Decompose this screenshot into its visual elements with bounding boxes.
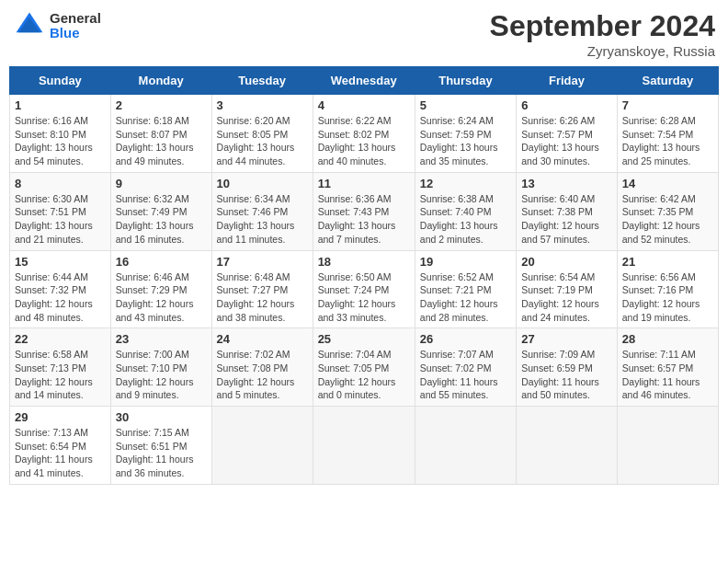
day-info: Sunrise: 6:38 AM Sunset: 7:40 PM Dayligh… [420, 192, 511, 247]
daylight-label: Daylight: 11 hours [622, 376, 700, 387]
daylight-minutes: and 25 minutes. [622, 155, 691, 167]
sunrise-label: Sunrise: 6:34 AM [217, 193, 290, 204]
calendar-cell: 11 Sunrise: 6:36 AM Sunset: 7:43 PM Dayl… [313, 172, 415, 250]
daylight-label: Daylight: 13 hours [116, 142, 194, 153]
daylight-minutes: and 36 minutes. [116, 467, 185, 478]
sunrise-label: Sunrise: 6:52 AM [420, 271, 494, 282]
calendar-cell: 1 Sunrise: 6:16 AM Sunset: 8:10 PM Dayli… [10, 95, 111, 173]
sunrise-label: Sunrise: 7:11 AM [622, 349, 696, 360]
daylight-label: Daylight: 12 hours [622, 220, 700, 231]
logo-icon [13, 9, 46, 42]
daylight-label: Daylight: 13 hours [217, 220, 295, 231]
daylight-label: Daylight: 13 hours [15, 220, 93, 231]
calendar-week-5: 29 Sunrise: 7:13 AM Sunset: 6:54 PM Dayl… [10, 407, 719, 485]
daylight-minutes: and 9 minutes. [116, 389, 179, 400]
page-header: General Blue September 2024 Zyryanskoye,… [9, 9, 719, 59]
daylight-minutes: and 57 minutes. [521, 234, 590, 245]
daylight-label: Daylight: 12 hours [116, 376, 194, 387]
daylight-label: Daylight: 13 hours [318, 142, 396, 153]
sunset-label: Sunset: 7:54 PM [622, 129, 694, 140]
day-info: Sunrise: 6:26 AM Sunset: 7:57 PM Dayligh… [521, 114, 612, 168]
daylight-minutes: and 7 minutes. [318, 234, 381, 245]
daylight-minutes: and 0 minutes. [318, 389, 381, 400]
sunset-label: Sunset: 7:57 PM [521, 129, 593, 140]
col-monday: Monday [110, 67, 211, 95]
sunrise-label: Sunrise: 7:00 AM [116, 349, 189, 360]
sunrise-label: Sunrise: 6:26 AM [521, 115, 595, 126]
day-number: 23 [116, 332, 207, 346]
sunset-label: Sunset: 6:54 PM [15, 441, 86, 452]
calendar-cell: 26 Sunrise: 7:07 AM Sunset: 7:02 PM Dayl… [415, 328, 516, 407]
day-info: Sunrise: 7:02 AM Sunset: 7:08 PM Dayligh… [217, 348, 308, 402]
calendar-cell: 15 Sunrise: 6:44 AM Sunset: 7:32 PM Dayl… [10, 250, 111, 328]
calendar-cell: 16 Sunrise: 6:46 AM Sunset: 7:29 PM Dayl… [110, 250, 211, 328]
day-number: 17 [217, 255, 308, 269]
sunset-label: Sunset: 7:10 PM [116, 362, 188, 373]
day-number: 11 [318, 177, 410, 190]
day-number: 10 [217, 177, 308, 190]
calendar-table: Sunday Monday Tuesday Wednesday Thursday… [9, 66, 719, 485]
calendar-cell: 21 Sunrise: 6:56 AM Sunset: 7:16 PM Dayl… [617, 250, 718, 328]
logo: General Blue [13, 9, 101, 42]
calendar-cell: 13 Sunrise: 6:40 AM Sunset: 7:38 PM Dayl… [517, 172, 618, 250]
sunset-label: Sunset: 7:59 PM [420, 129, 492, 140]
col-friday: Friday [517, 67, 618, 95]
day-number: 15 [15, 255, 106, 269]
sunset-label: Sunset: 7:46 PM [217, 206, 289, 217]
day-number: 13 [521, 177, 612, 190]
sunrise-label: Sunrise: 7:04 AM [318, 349, 392, 360]
day-info: Sunrise: 6:42 AM Sunset: 7:35 PM Dayligh… [622, 192, 713, 247]
sunrise-label: Sunrise: 6:36 AM [318, 193, 392, 204]
day-info: Sunrise: 6:40 AM Sunset: 7:38 PM Dayligh… [521, 192, 612, 247]
sunset-label: Sunset: 7:29 PM [116, 284, 188, 295]
sunset-label: Sunset: 7:05 PM [318, 362, 390, 373]
sunset-label: Sunset: 7:02 PM [420, 362, 492, 373]
daylight-minutes: and 11 minutes. [217, 234, 286, 245]
daylight-label: Daylight: 12 hours [217, 298, 295, 309]
day-number: 27 [521, 332, 612, 346]
daylight-minutes: and 24 minutes. [521, 312, 590, 323]
sunset-label: Sunset: 8:05 PM [217, 129, 289, 140]
day-info: Sunrise: 6:52 AM Sunset: 7:21 PM Dayligh… [420, 270, 511, 325]
daylight-minutes: and 55 minutes. [420, 389, 489, 400]
day-info: Sunrise: 6:28 AM Sunset: 7:54 PM Dayligh… [622, 114, 713, 168]
calendar-cell: 6 Sunrise: 6:26 AM Sunset: 7:57 PM Dayli… [517, 95, 618, 173]
calendar-cell: 4 Sunrise: 6:22 AM Sunset: 8:02 PM Dayli… [313, 95, 415, 173]
calendar-week-1: 1 Sunrise: 6:16 AM Sunset: 8:10 PM Dayli… [10, 95, 719, 173]
day-info: Sunrise: 7:15 AM Sunset: 6:51 PM Dayligh… [116, 426, 207, 480]
sunset-label: Sunset: 8:02 PM [318, 129, 390, 140]
daylight-minutes: and 50 minutes. [521, 389, 590, 400]
sunrise-label: Sunrise: 7:13 AM [15, 427, 88, 438]
sunrise-label: Sunrise: 6:48 AM [217, 271, 290, 282]
day-number: 7 [622, 98, 713, 112]
calendar-cell [617, 407, 718, 485]
day-number: 22 [15, 332, 106, 346]
col-tuesday: Tuesday [211, 67, 313, 95]
daylight-label: Daylight: 13 hours [622, 142, 700, 153]
title-block: September 2024 Zyryanskoye, Russia [490, 9, 715, 59]
daylight-label: Daylight: 11 hours [116, 454, 194, 465]
calendar-cell [313, 407, 415, 485]
daylight-label: Daylight: 11 hours [15, 454, 93, 465]
day-number: 30 [116, 410, 207, 424]
calendar-week-4: 22 Sunrise: 6:58 AM Sunset: 7:13 PM Dayl… [10, 328, 719, 407]
col-thursday: Thursday [415, 67, 516, 95]
calendar-cell: 12 Sunrise: 6:38 AM Sunset: 7:40 PM Dayl… [415, 172, 516, 250]
calendar-cell: 5 Sunrise: 6:24 AM Sunset: 7:59 PM Dayli… [415, 95, 516, 173]
day-number: 29 [15, 410, 106, 424]
daylight-minutes: and 46 minutes. [622, 389, 691, 400]
day-info: Sunrise: 6:50 AM Sunset: 7:24 PM Dayligh… [318, 270, 410, 325]
calendar-cell: 9 Sunrise: 6:32 AM Sunset: 7:49 PM Dayli… [110, 172, 211, 250]
col-saturday: Saturday [617, 67, 718, 95]
day-info: Sunrise: 6:24 AM Sunset: 7:59 PM Dayligh… [420, 114, 511, 168]
sunrise-label: Sunrise: 6:50 AM [318, 271, 392, 282]
daylight-label: Daylight: 11 hours [521, 376, 599, 387]
sunset-label: Sunset: 7:49 PM [116, 206, 188, 217]
day-info: Sunrise: 6:32 AM Sunset: 7:49 PM Dayligh… [116, 192, 207, 247]
sunrise-label: Sunrise: 6:46 AM [116, 271, 189, 282]
day-number: 6 [521, 98, 612, 112]
sunset-label: Sunset: 6:51 PM [116, 441, 188, 452]
day-number: 4 [318, 98, 410, 112]
sunrise-label: Sunrise: 6:38 AM [420, 193, 494, 204]
calendar-week-3: 15 Sunrise: 6:44 AM Sunset: 7:32 PM Dayl… [10, 250, 719, 328]
